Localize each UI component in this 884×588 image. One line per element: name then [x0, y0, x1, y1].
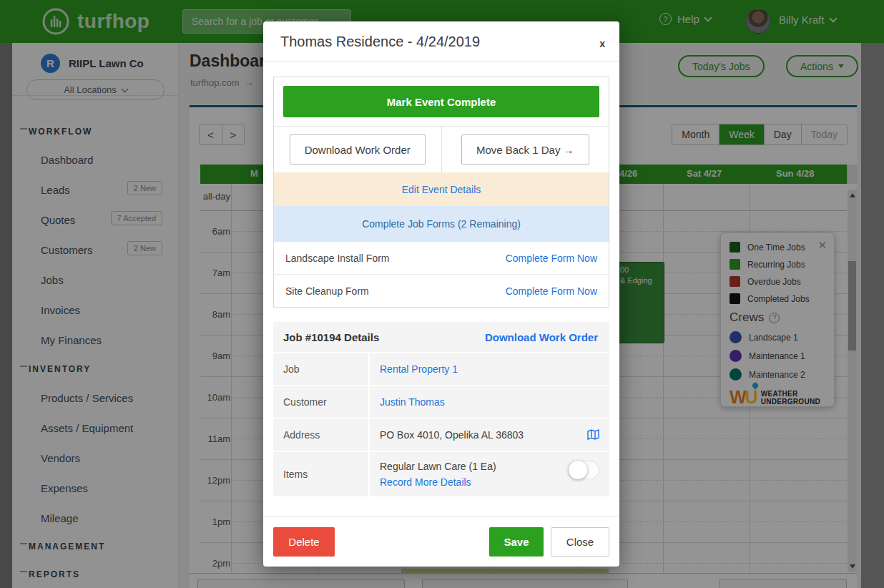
map-icon[interactable] [587, 429, 599, 440]
item-toggle[interactable] [568, 461, 599, 479]
close-button[interactable]: Close [551, 527, 609, 557]
record-more-details-link[interactable]: Record More Details [380, 476, 471, 488]
form-name: Site Cleanup Form [285, 285, 369, 297]
event-actions-box: Mark Event Complete Download Work Order … [273, 77, 609, 308]
item-text: Regular Lawn Care (1 Ea) [380, 461, 496, 472]
job-details-header: Job #10194 Details Download Work Order [273, 322, 609, 353]
row-label: Items [273, 452, 370, 496]
row-label: Job [273, 353, 370, 385]
complete-form-now-link[interactable]: Complete Form Now [506, 285, 597, 297]
download-work-order-button[interactable]: Download Work Order [290, 134, 426, 165]
complete-form-now-link[interactable]: Complete Form Now [506, 253, 597, 264]
table-row-job: Job Rental Property 1 [273, 353, 609, 386]
mark-event-complete-button[interactable]: Mark Event Complete [283, 86, 599, 117]
row-label: Customer [273, 386, 370, 418]
job-link[interactable]: Rental Property 1 [380, 363, 458, 375]
row-label: Address [273, 419, 370, 451]
form-row-site-cleanup: Site Cleanup Form Complete Form Now [274, 275, 609, 308]
customer-link[interactable]: Justin Thomas [380, 396, 445, 408]
secondary-actions-row: Download Work Order Move Back 1 Day → [274, 127, 609, 172]
address-text: PO Box 4010, Opelika AL 36803 [380, 429, 524, 441]
delete-button[interactable]: Delete [273, 527, 335, 557]
table-row-items: Items Regular Lawn Care (1 Ea) Record Mo… [273, 452, 609, 496]
toggle-knob [569, 461, 587, 479]
download-work-order-link[interactable]: Download Work Order [485, 331, 598, 343]
event-modal: Thomas Residence - 4/24/2019 x Mark Even… [263, 21, 619, 567]
table-row-customer: Customer Justin Thomas [273, 386, 609, 419]
modal-title: Thomas Residence - 4/24/2019 [280, 34, 480, 50]
edit-event-details-link[interactable]: Edit Event Details [274, 172, 609, 206]
form-row-landscape-install: Landscape Install Form Complete Form Now [274, 242, 609, 275]
job-details-title: Job #10194 Details [283, 331, 379, 343]
save-button[interactable]: Save [489, 527, 544, 557]
complete-job-forms-link[interactable]: Complete Job Forms (2 Remaining) [274, 206, 609, 242]
move-back-button[interactable]: Move Back 1 Day → [461, 134, 589, 165]
modal-header-divider [263, 61, 619, 62]
table-row-address: Address PO Box 4010, Opelika AL 36803 [273, 419, 609, 452]
job-details-table: Job #10194 Details Download Work Order J… [273, 322, 609, 496]
modal-close-icon[interactable]: x [599, 39, 605, 49]
form-name: Landscape Install Form [285, 253, 390, 264]
modal-footer-divider [263, 516, 619, 517]
